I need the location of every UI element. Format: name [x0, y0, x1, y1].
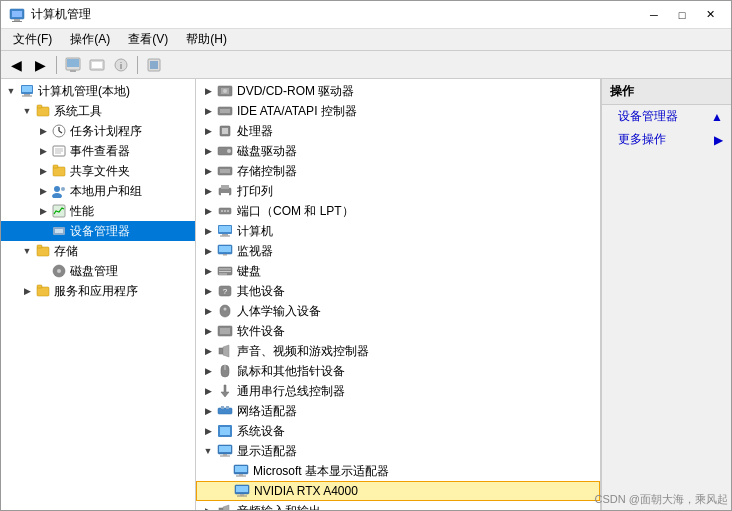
exp-audio[interactable]: ▶ — [200, 503, 216, 510]
device-display[interactable]: ▼ 显示适配器 — [196, 441, 600, 461]
exp-sysdev[interactable]: ▶ — [200, 423, 216, 439]
tree-item-diskmgr[interactable]: 磁盘管理 — [1, 261, 195, 281]
device-proc[interactable]: ▶ 处理器 — [196, 121, 600, 141]
expander-sharedfolder[interactable]: ▶ — [35, 163, 51, 179]
toolbar-btn4[interactable] — [143, 54, 165, 76]
action-more[interactable]: 更多操作 ▶ — [602, 128, 731, 151]
tree-item-perf[interactable]: ▶ 性能 — [1, 201, 195, 221]
chevron-right-icon: ▶ — [714, 133, 723, 147]
exp-hid[interactable]: ▶ — [200, 303, 216, 319]
device-nvidia[interactable]: NVIDIA RTX A4000 — [196, 481, 600, 501]
svg-rect-83 — [220, 427, 230, 435]
svg-point-72 — [224, 308, 227, 311]
left-panel[interactable]: ▼ 计算机管理(本地) ▼ 系统工具 ▶ 任务计划程序 — [1, 79, 196, 510]
exp-proc[interactable]: ▶ — [200, 123, 216, 139]
exp-sound[interactable]: ▶ — [200, 343, 216, 359]
main-area: ▼ 计算机管理(本地) ▼ 系统工具 ▶ 任务计划程序 — [1, 79, 731, 510]
expander-storage[interactable]: ▼ — [19, 243, 35, 259]
device-keyboard[interactable]: ▶ 键盘 — [196, 261, 600, 281]
expander-taskscheduler[interactable]: ▶ — [35, 123, 51, 139]
expander-root[interactable]: ▼ — [3, 83, 19, 99]
svg-rect-33 — [55, 229, 63, 233]
toolbar-btn2[interactable] — [86, 54, 108, 76]
maximize-button[interactable]: □ — [669, 5, 695, 25]
exp-printer[interactable]: ▶ — [200, 183, 216, 199]
device-mouse[interactable]: ▶ 鼠标和其他指针设备 — [196, 361, 600, 381]
device-computer[interactable]: ▶ 计算机 — [196, 221, 600, 241]
expander-localusers[interactable]: ▶ — [35, 183, 51, 199]
tree-item-systools[interactable]: ▼ 系统工具 — [1, 101, 195, 121]
svg-rect-26 — [53, 167, 65, 176]
tree-item-taskscheduler[interactable]: ▶ 任务计划程序 — [1, 121, 195, 141]
exp-keyboard[interactable]: ▶ — [200, 263, 216, 279]
exp-ide[interactable]: ▶ — [200, 103, 216, 119]
exp-storage2[interactable]: ▶ — [200, 163, 216, 179]
menu-view[interactable]: 查看(V) — [120, 29, 176, 50]
expander-devmgr[interactable] — [35, 223, 51, 239]
device-printer[interactable]: ▶ 打印列 — [196, 181, 600, 201]
toolbar-sep-2 — [137, 56, 138, 74]
svg-rect-90 — [239, 474, 243, 476]
tree-item-localusers[interactable]: ▶ 本地用户和组 — [1, 181, 195, 201]
title-bar: 计算机管理 ─ □ ✕ — [1, 1, 731, 29]
tree-item-root[interactable]: ▼ 计算机管理(本地) — [1, 81, 195, 101]
device-storage2[interactable]: ▶ 存储控制器 — [196, 161, 600, 181]
exp-other[interactable]: ▶ — [200, 283, 216, 299]
device-sysdev[interactable]: ▶ 系统设备 — [196, 421, 600, 441]
middle-panel[interactable]: ▶ DVD/CD-ROM 驱动器 ▶ IDE ATA/ATAPI 控制器 ▶ — [196, 79, 601, 510]
menu-help[interactable]: 帮助(H) — [178, 29, 235, 50]
exp-dvd[interactable]: ▶ — [200, 83, 216, 99]
label-ide: IDE ATA/ATAPI 控制器 — [237, 103, 357, 120]
toolbar-forward[interactable]: ▶ — [29, 54, 51, 76]
device-hid[interactable]: ▶ 人体学输入设备 — [196, 301, 600, 321]
expander-eventvwr[interactable]: ▶ — [35, 143, 51, 159]
device-dvd[interactable]: ▶ DVD/CD-ROM 驱动器 — [196, 81, 600, 101]
toolbar: ◀ ▶ i — [1, 51, 731, 79]
exp-display[interactable]: ▼ — [200, 443, 216, 459]
toolbar-back[interactable]: ◀ — [5, 54, 27, 76]
menu-file[interactable]: 文件(F) — [5, 29, 60, 50]
exp-disk[interactable]: ▶ — [200, 143, 216, 159]
label-netadapter: 网络适配器 — [237, 403, 297, 420]
device-usb[interactable]: ▶ 通用串行总线控制器 — [196, 381, 600, 401]
device-port[interactable]: ▶ 端口（COM 和 LPT） — [196, 201, 600, 221]
tree-item-storage[interactable]: ▼ 存储 — [1, 241, 195, 261]
svg-rect-46 — [222, 128, 228, 134]
device-msbasic[interactable]: Microsoft 基本显示适配器 — [196, 461, 600, 481]
label-eventvwr: 事件查看器 — [70, 143, 130, 160]
exp-computer[interactable]: ▶ — [200, 223, 216, 239]
exp-monitor[interactable]: ▶ — [200, 243, 216, 259]
action-devmgr[interactable]: 设备管理器 ▲ — [602, 105, 731, 128]
minimize-button[interactable]: ─ — [641, 5, 667, 25]
tree-item-sharedfolder[interactable]: ▶ 共享文件夹 — [1, 161, 195, 181]
exp-port[interactable]: ▶ — [200, 203, 216, 219]
expander-systools[interactable]: ▼ — [19, 103, 35, 119]
svg-rect-80 — [221, 406, 224, 409]
expander-perf[interactable]: ▶ — [35, 203, 51, 219]
toolbar-up[interactable] — [62, 54, 84, 76]
device-monitor[interactable]: ▶ 监视器 — [196, 241, 600, 261]
device-sound[interactable]: ▶ 声音、视频和游戏控制器 — [196, 341, 600, 361]
device-other[interactable]: ▶ ? 其他设备 — [196, 281, 600, 301]
device-netadapter[interactable]: ▶ 网络适配器 — [196, 401, 600, 421]
svg-rect-61 — [220, 236, 230, 237]
svg-text:i: i — [120, 61, 122, 71]
exp-software[interactable]: ▶ — [200, 323, 216, 339]
tree-item-svcapp[interactable]: ▶ 服务和应用程序 — [1, 281, 195, 301]
exp-usb[interactable]: ▶ — [200, 383, 216, 399]
toolbar-btn3[interactable]: i — [110, 54, 132, 76]
device-audio[interactable]: ▶ 音频输入和输出 — [196, 501, 600, 510]
exp-netadapter[interactable]: ▶ — [200, 403, 216, 419]
expander-diskmgr[interactable] — [35, 263, 51, 279]
tree-item-devmgr[interactable]: 设备管理器 — [1, 221, 195, 241]
expander-svcapp[interactable]: ▶ — [19, 283, 35, 299]
icon-perf — [51, 203, 67, 219]
device-software[interactable]: ▶ 软件设备 — [196, 321, 600, 341]
tree-item-eventvwr[interactable]: ▶ 事件查看器 — [1, 141, 195, 161]
device-disk[interactable]: ▶ 磁盘驱动器 — [196, 141, 600, 161]
menu-action[interactable]: 操作(A) — [62, 29, 118, 50]
svg-point-37 — [57, 269, 61, 273]
exp-mouse[interactable]: ▶ — [200, 363, 216, 379]
close-button[interactable]: ✕ — [697, 5, 723, 25]
device-ide[interactable]: ▶ IDE ATA/ATAPI 控制器 — [196, 101, 600, 121]
